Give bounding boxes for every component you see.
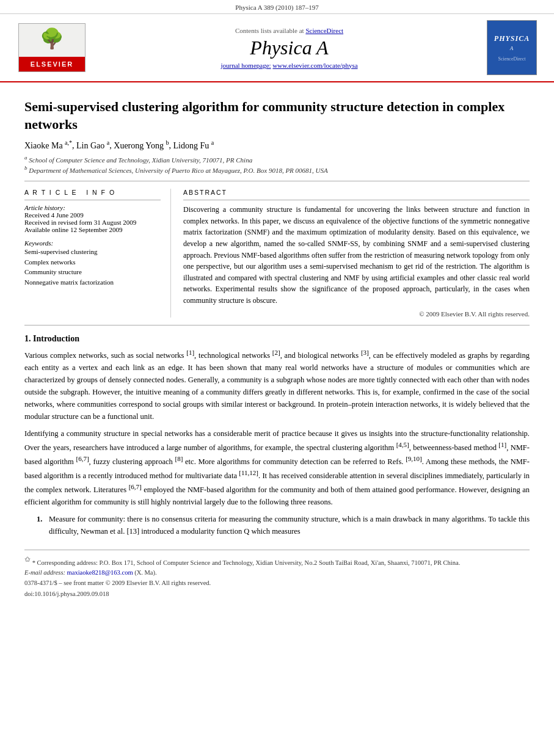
authors-line: Xiaoke Ma a,*, Lin Gao a, Xuerong Yong b… (24, 139, 530, 151)
keyword-4: Nonnegative matrix factorization (24, 277, 161, 288)
affiliation-a: a School of Computer Science and Technol… (24, 154, 530, 164)
ref-13: [13] (126, 527, 139, 536)
doi-text: doi:10.1016/j.physa.2009.09.018 (24, 591, 109, 597)
keyword-1: Semi-supervised clustering (24, 247, 161, 257)
keyword-2: Complex networks (24, 257, 161, 267)
ref-11-12: [11,12] (239, 469, 258, 476)
email-link[interactable]: maxiaoke8218@163.com (67, 569, 133, 576)
intro-section-title: Introduction (33, 334, 79, 343)
list-item-1: 1. Measure for community: there is no co… (37, 513, 530, 537)
ref-6-7: [6,7] (76, 455, 89, 462)
article-info-column: A R T I C L E I N F O Article history: R… (24, 189, 171, 317)
page-container: Physica A 389 (2010) 187–197 🌳 ELSEVIER … (0, 0, 554, 756)
affiliation-b: b Department of Mathematical Sciences, U… (24, 165, 530, 174)
email-footnote: E-mail address: maxiaoke8218@163.com (X.… (24, 568, 530, 578)
doi-line: doi:10.1016/j.physa.2009.09.018 (24, 589, 530, 599)
keyword-3: Community structure (24, 267, 161, 277)
ref-2: [2] (272, 349, 280, 356)
journal-center-info: Contents lists available at ScienceDirec… (92, 27, 487, 69)
journal-header: 🌳 ELSEVIER Contents lists available at S… (0, 14, 554, 82)
journal-citation-text: Physica A 389 (2010) 187–197 (235, 4, 318, 11)
body-divider (24, 325, 530, 325)
sciencedirect-link[interactable]: ScienceDirect (305, 27, 343, 34)
abstract-text: Discovering a community structure is fun… (183, 204, 530, 306)
main-content: Semi-supervised clustering algorithm for… (0, 82, 554, 611)
author-names: Xiaoke Ma a,*, Lin Gao a, Xuerong Yong b… (24, 141, 214, 150)
copyright-line: © 2009 Elsevier B.V. All rights reserved… (183, 310, 530, 318)
physica-cover-thumbnail: PHYSICAA ScienceDirect (487, 20, 537, 75)
abstract-column: ABSTRACT Discovering a community structu… (183, 189, 530, 317)
ref-1b: [1] (498, 441, 506, 448)
info-abstract-columns: A R T I C L E I N F O Article history: R… (24, 189, 530, 317)
elsevier-tree-icon: 🌳 (40, 27, 64, 50)
email-text: E-mail address: maxiaoke8218@163.com (X.… (24, 569, 157, 576)
intro-paragraph-1: Various complex networks, such as social… (24, 347, 530, 423)
keywords-section: Keywords: Semi-supervised clustering Com… (24, 239, 161, 287)
footnote-section: ✩ * Corresponding address: P.O. Box 171,… (24, 550, 530, 599)
ref-6-7b: [6,7] (129, 483, 142, 490)
elsevier-logo: 🌳 ELSEVIER (12, 23, 92, 72)
email-label: E-mail address: (24, 569, 65, 576)
elsevier-logo-area: 🌳 ELSEVIER (12, 23, 92, 72)
cover-title-text: PHYSICAA (494, 34, 530, 53)
keywords-label: Keywords: (24, 239, 161, 247)
cover-sciencedirect-sm: ScienceDirect (498, 56, 526, 62)
elsevier-brand-label: ELSEVIER (31, 60, 73, 68)
journal-citation-bar: Physica A 389 (2010) 187–197 (0, 0, 554, 14)
article-title: Semi-supervised clustering algorithm for… (24, 98, 530, 133)
introduction-heading: 1. Introduction (24, 334, 530, 344)
reasons-list: 1. Measure for community: there is no co… (37, 513, 530, 537)
article-history-section: Article history: Received 4 June 2009 Re… (24, 204, 161, 233)
star-icon: ✩ (24, 555, 31, 564)
revised-date: Received in revised form 31 August 2009 (24, 219, 161, 226)
article-info-label: A R T I C L E I N F O (24, 189, 161, 196)
ref-9-10: [9,10] (406, 455, 422, 462)
journal-title: Physica A (92, 37, 487, 59)
elsevier-logo-image: 🌳 ELSEVIER (18, 23, 86, 72)
abstract-label: ABSTRACT (183, 189, 530, 196)
ref-3: [3] (361, 349, 369, 356)
list-item-1-num: 1. (37, 513, 45, 537)
journal-cover-image-area: PHYSICAA ScienceDirect (487, 20, 542, 75)
homepage-label: journal homepage: (221, 62, 271, 69)
history-label: Article history: (24, 204, 161, 211)
ref-4-5: [4,5] (396, 441, 409, 448)
contents-available-line: Contents lists available at ScienceDirec… (92, 27, 487, 34)
corresponding-footnote: ✩ * Corresponding address: P.O. Box 171,… (24, 554, 530, 567)
ref-8: [8] (175, 455, 183, 462)
homepage-link[interactable]: www.elsevier.com/locate/physa (272, 62, 357, 69)
footer-rights-text: 0378-4371/$ – see front matter © 2009 El… (24, 580, 211, 586)
header-divider (24, 181, 530, 181)
abstract-divider (183, 200, 530, 200)
intro-section-num: 1. (24, 334, 31, 343)
article-info-divider (24, 200, 161, 200)
intro-paragraph-2: Identifying a community structure in spe… (24, 427, 530, 509)
contents-text: Contents lists available at (235, 27, 304, 34)
journal-homepage-line: journal homepage: www.elsevier.com/locat… (92, 62, 487, 69)
online-date: Available online 12 September 2009 (24, 226, 161, 233)
list-item-1-text: Measure for community: there is no conse… (49, 513, 530, 537)
received-date: Received 4 June 2009 (24, 211, 161, 219)
ref-1: [1] (186, 349, 194, 356)
corresponding-text: * Corresponding address: P.O. Box 171, S… (32, 559, 461, 566)
footer-rights: 0378-4371/$ – see front matter © 2009 El… (24, 578, 530, 588)
